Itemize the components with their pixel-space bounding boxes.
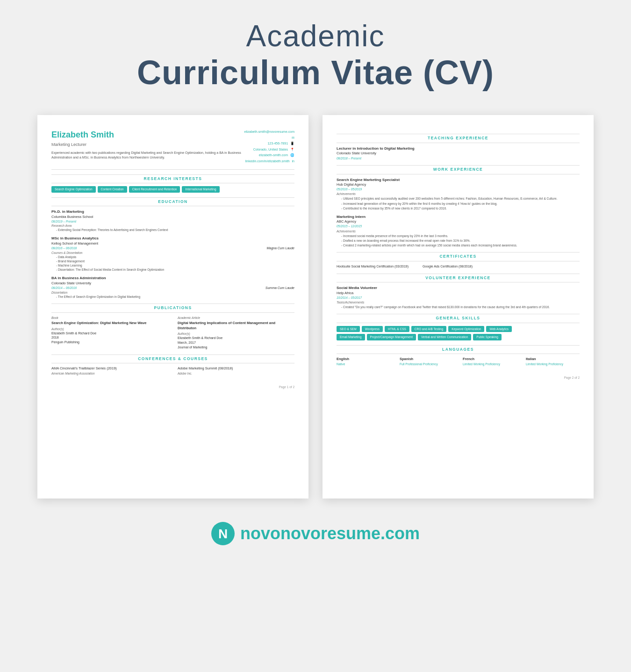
volunteer-social-media: Social Media Volunteer Help Africa 10/20…: [337, 285, 580, 309]
certs-row: Hootsuite Social Marketing Certification…: [337, 264, 580, 269]
section-volunteer: VOLUNTEER EXPERIENCE: [337, 274, 580, 283]
edu-msc: MSc in Business Analytics Kellog School …: [51, 236, 294, 272]
cv-contact: elizabeth.smith@novoresume.com ✉ 123-456…: [243, 129, 295, 165]
skill-cro: CRO and A/B Testing: [411, 326, 446, 332]
lang-english: English Native: [337, 357, 390, 366]
languages-row: English Native Spanish Full Professional…: [337, 357, 580, 366]
cv-job-title: Marketing Lecturer: [51, 142, 243, 148]
edu-phd: Ph.D. in Marketing Columbia Business Sch…: [51, 209, 294, 232]
lang-french: French Limited Working Proficiency: [463, 357, 516, 366]
cv-name-block: Elizabeth Smith Marketing Lecturer Exper…: [51, 129, 243, 160]
pub-book: Book Search Engine Optimization: Digital…: [51, 316, 168, 350]
teaching-lecturer: Lecturer in Introduction to Digital Mark…: [337, 146, 580, 160]
cv-linkedin: linkedin.com/in/elizabeth.smith in: [243, 159, 295, 165]
cv-header-row: Elizabeth Smith Marketing Lecturer Exper…: [51, 129, 294, 170]
conferences-row: AMA Cincinnati's Trailblazer Series (201…: [51, 366, 294, 376]
skill-project: Project/Campaign Management: [367, 334, 416, 340]
tag-content: Content Creation: [98, 186, 127, 192]
header-line2: Curriculum Vitae (CV): [137, 53, 494, 92]
footer-brand: novonovoresume.com: [240, 524, 420, 543]
skills-row-1: SEO & SEM Wordpress HTML & CSS CRO and A…: [337, 326, 580, 332]
skill-email: Email Marketing: [337, 334, 365, 340]
page-number-1: Page 1 of 2: [51, 385, 294, 389]
cv-page-1: Elizabeth Smith Marketing Lecturer Exper…: [37, 115, 308, 499]
skill-speaking: Public Speaking: [473, 334, 502, 340]
skill-keyword: Keyword Optimization: [448, 326, 484, 332]
section-conferences: CONFERENCES & COURSES: [51, 354, 294, 364]
pub-article: Academic Article Digital Marketing Impli…: [178, 316, 294, 350]
section-education: EDUCATION: [51, 197, 294, 207]
skill-analytics: Web Analytics: [486, 326, 512, 332]
section-skills: GENERAL SKILLS: [337, 314, 580, 323]
cv-container: Elizabeth Smith Marketing Lecturer Exper…: [21, 115, 610, 499]
section-work: WORK EXPERIENCE: [337, 165, 580, 174]
svg-text:N: N: [218, 527, 228, 541]
conf-ama: AMA Cincinnati's Trailblazer Series (201…: [51, 366, 168, 376]
cv-website: elizabeth-smith.com 🌐: [243, 152, 295, 159]
lang-italian: Italian Limited Working Proficiency: [526, 357, 580, 366]
footer: N novonovoresume.com: [211, 522, 420, 545]
skills-row-2: Email Marketing Project/Campaign Managem…: [337, 334, 580, 340]
cert-google: Google Ads Certification (08/2018): [423, 264, 473, 269]
section-languages: LANGUAGES: [337, 345, 580, 354]
cv-email: elizabeth.smith@novoresume.com ✉: [243, 129, 295, 141]
skill-wordpress: Wordpress: [362, 326, 383, 332]
conf-adobe: Adobe Marketing Summit (08/2018) Adobe I…: [178, 366, 294, 376]
skill-seo: SEO & SEM: [337, 326, 360, 332]
page-number-2: Page 2 of 2: [337, 376, 580, 380]
cv-summary: Experienced academic with two publicatio…: [51, 151, 243, 160]
section-certs: CERTIFICATES: [337, 252, 580, 261]
skill-html: HTML & CSS: [385, 326, 409, 332]
section-publications: PUBLICATIONS: [51, 303, 294, 313]
skill-verbal: Verbal and Written Communication: [418, 334, 471, 340]
tag-seo: Search Engine Optimization: [51, 186, 96, 192]
lang-spanish: Spanish Full Professional Proficiency: [400, 357, 453, 366]
cv-location: Colorado, United States 📍: [243, 147, 295, 153]
publications-row: Book Search Engine Optimization: Digital…: [51, 316, 294, 350]
cv-phone: 123-456-7891 📱: [243, 141, 295, 147]
work-sem-specialist: Search Engine Marketing Specialist Hub D…: [337, 177, 580, 210]
section-teaching: TEACHING EXPERIENCE: [337, 134, 580, 143]
section-research-interests: RESEARCH INTERESTS: [51, 174, 294, 184]
header-line1: Academic: [137, 19, 494, 53]
cv-name: Elizabeth Smith: [51, 129, 243, 141]
tag-intl: International Marketing: [182, 186, 219, 192]
page-header: Academic Curriculum Vitae (CV): [137, 19, 494, 92]
novoresume-logo-icon: N: [211, 522, 235, 545]
tag-client: Client Recruitment and Retention: [129, 186, 180, 192]
research-tags: Search Engine Optimization Content Creat…: [51, 186, 294, 192]
work-marketing-intern: Marketing Intern ABC Agency 05/2015 – 12…: [337, 214, 580, 247]
cert-hootsuite: Hootsuite Social Marketing Certification…: [337, 264, 409, 269]
cv-page-2: TEACHING EXPERIENCE Lecturer in Introduc…: [323, 115, 594, 499]
edu-ba: BA in Business Administration Colorado S…: [51, 275, 294, 299]
